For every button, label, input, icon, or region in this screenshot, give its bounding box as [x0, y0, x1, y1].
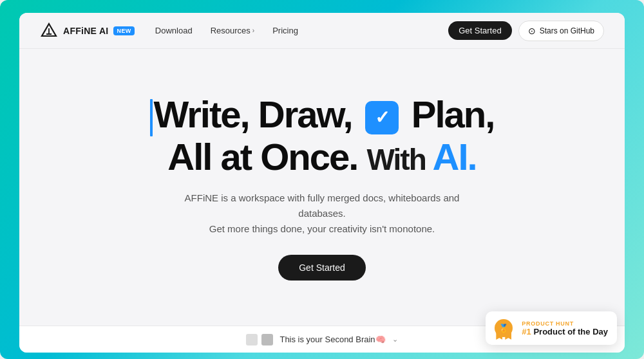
chevron-down-icon: ›: [252, 27, 254, 34]
new-badge: NEW: [113, 26, 134, 35]
ph-label: PRODUCT HUNT: [522, 320, 608, 327]
logo-area: AFFiNE AI NEW: [40, 22, 135, 40]
nav-download[interactable]: Download: [155, 26, 193, 35]
nav-get-started-button[interactable]: Get Started: [448, 21, 511, 40]
nav-actions: Get Started ⊙ Stars on GitHub: [448, 21, 604, 41]
github-button[interactable]: ⊙ Stars on GitHub: [518, 21, 604, 41]
nav-resources[interactable]: Resources ›: [211, 26, 254, 35]
navbar: AFFiNE AI NEW Download Resources › Prici…: [19, 13, 625, 49]
ph-medal-icon: 🏅: [492, 317, 515, 340]
checkbox-icon: ✓: [365, 101, 399, 134]
logo-text: AFFiNE AI: [63, 26, 108, 36]
ph-title: #1 Product of the Day: [522, 327, 608, 336]
hero-section: Write, Draw, ✓ Plan, All at Once. With A…: [19, 49, 625, 326]
bottom-chevron-icon[interactable]: ⌄: [392, 335, 398, 344]
bottom-bar-icons: [246, 334, 273, 345]
hero-title-line2: All at Once. With AI.: [150, 136, 495, 178]
nav-links: Download Resources › Pricing: [155, 26, 298, 35]
hero-get-started-button[interactable]: Get Started: [278, 255, 366, 281]
product-hunt-badge[interactable]: 🏅 PRODUCT HUNT #1 Product of the Day: [486, 311, 617, 345]
bottom-bar-text: This is your Second Brain🧠: [279, 335, 385, 344]
board-icon: [261, 334, 273, 345]
nav-pricing[interactable]: Pricing: [272, 26, 298, 35]
cursor: [150, 99, 153, 136]
hero-title-line1: Write, Draw, ✓ Plan,: [150, 94, 495, 136]
logo-icon: [40, 22, 58, 40]
ph-text-area: PRODUCT HUNT #1 Product of the Day: [522, 320, 608, 336]
hero-title: Write, Draw, ✓ Plan, All at Once. With A…: [150, 94, 495, 177]
github-icon: ⊙: [528, 26, 536, 36]
doc-icon: [246, 334, 258, 345]
hero-subtitle: AFFiNE is a workspace with fully merged …: [167, 190, 477, 237]
main-card: AFFiNE AI NEW Download Resources › Prici…: [19, 13, 625, 353]
